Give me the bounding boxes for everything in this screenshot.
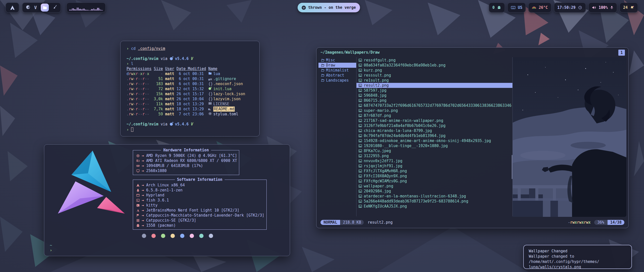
svg-text:A: A (137, 209, 139, 212)
file-manager-window[interactable]: ~/Imagenes/Wallpapers/Draw 1 MiscDrawMin… (316, 47, 629, 228)
file-row[interactable]: resssult.png (356, 73, 512, 78)
file-row[interactable]: re1sult.png (356, 78, 512, 83)
gpu-icon (135, 159, 141, 162)
arrow-icon: → (142, 208, 144, 213)
fetch-row: →1558 (pacman) (135, 223, 264, 228)
terminal-command-line: ›l (127, 61, 253, 66)
arrow-icon: → (142, 158, 144, 163)
file-row[interactable]: 217167-sad-anime-rain-wallpaper.png (356, 118, 512, 123)
sidebar-item-minimalist[interactable]: Minimalist (318, 68, 356, 73)
sidebar-item-abstract[interactable]: Abstract (318, 73, 356, 78)
file-row[interactable]: 08a634fa02a32364f69ebc86a98eb1eb.png (356, 63, 512, 68)
keyboard-layout-module[interactable]: US (507, 3, 526, 13)
terminal-window[interactable]: ›cd.config/nvim ~/.config/nvimviav5.4.6V… (120, 41, 260, 137)
clock-module[interactable]: 17:50:29 (554, 3, 586, 13)
fetch-row: A→JetBrainsMono Nerd Font Light 10 [GTK2… (135, 208, 264, 213)
folder-open-icon (321, 74, 325, 77)
brush-icon[interactable] (53, 5, 57, 10)
visualizer-bar (91, 9, 92, 11)
file-row[interactable]: 87r687df.png (356, 113, 512, 118)
arrow-icon: → (142, 168, 144, 173)
file-row[interactable]: FXfcJlTXgAMvH6R.png (356, 168, 512, 174)
hardware-info-title: Hardware Information (161, 148, 211, 153)
palette-dot (180, 234, 184, 238)
file-row[interactable]: nnvuv0xj2df71.jpg (356, 158, 512, 163)
file-row[interactable]: 587597.jpg (356, 88, 512, 93)
file-name: stylua.toml (213, 112, 238, 117)
file-row[interactable]: 154928-odinokoe_anime-art-anime-okno-sin… (356, 138, 512, 143)
file-row[interactable]: FXfcII0X0AQyn9X.png (356, 174, 512, 179)
image-file-icon (358, 154, 362, 158)
notification-body: Wallpaper changed to /home/matt/.config/… (529, 254, 626, 264)
file-list: ressdfgult.png08a634fa02a32364f69ebc86a9… (356, 57, 512, 216)
file-row[interactable]: 3122955.png (356, 153, 512, 158)
table-row: .rw-r--r-- 15kmatt26 oct 15:17{}lazy-loc… (127, 91, 253, 96)
file-row[interactable]: 596848.jpg (356, 93, 512, 98)
fetch-window[interactable]: Hardware Information →AMD Ryzen 9 5900X … (44, 144, 290, 256)
file-name: lazy-lock.json (213, 91, 245, 96)
fetch-row: →Arch Linux x86_64 (135, 183, 264, 188)
notification-title: Wallpaper Changed (529, 249, 626, 254)
audio-visualizer (66, 3, 106, 13)
file-row[interactable]: 8FKa7Cu.jpeg (356, 148, 512, 153)
file-row[interactable]: FXfcHgcWIAMzs0G.png (356, 179, 512, 184)
table-row: .rw-r--r-- 51matt 6 oct 00:31git.gitigno… (127, 76, 253, 81)
file-row[interactable]: 866715.png (356, 98, 512, 103)
file-row[interactable]: chica-mirando-la-luna-8799.jpg (356, 128, 512, 133)
file-name: lua (213, 71, 220, 76)
tab-badge[interactable]: 1 (618, 50, 625, 56)
file-row[interactable]: result2.png (356, 83, 512, 88)
volume-module[interactable]: 100% (588, 3, 617, 13)
git-icon: git (208, 77, 213, 82)
clock-icon (578, 6, 582, 9)
weather-module[interactable]: 26°C (528, 3, 551, 13)
file-row[interactable]: EeNKYgIUcAAJ5JX.png (356, 204, 512, 209)
palette-dot (161, 234, 165, 238)
file-row[interactable]: 68747470733a2f2f696d616765732d7769786d70… (356, 103, 512, 108)
notification-toast[interactable]: Wallpaper Changed Wallpaper changed to /… (523, 245, 632, 269)
file-row[interactable]: rsjqojlmjhf91.jpg (356, 163, 512, 168)
file-row[interactable]: 0c794faf07de24a4db4d4fb1eb813964.jpg (356, 133, 512, 138)
visualizer-bar (88, 10, 88, 11)
file-row[interactable]: super-mario.png (356, 108, 512, 113)
file-row[interactable]: ressdfgult.png (356, 58, 512, 63)
sidebar-item-landscapes[interactable]: Landscapes (318, 78, 356, 83)
firefox-icon[interactable] (26, 5, 30, 10)
shell-context-line: ~/.config/nvimviav5.4.6V (127, 122, 253, 127)
mic-icon (610, 6, 614, 9)
braces-icon: {} (208, 96, 213, 101)
fetch-row: →Hyprland (135, 193, 264, 198)
palette-dot (142, 234, 146, 238)
notifications-module[interactable]: 24 (620, 3, 638, 13)
file-row[interactable]: 5a266e448add93deab367d87173e9f25-6837886… (356, 199, 512, 204)
file-row[interactable]: 19201080-__blue-tinge__-1920×1080.jpg (356, 143, 512, 148)
sidebar-item-misc[interactable]: Misc (318, 58, 356, 63)
ram-icon (135, 164, 141, 167)
folder-open-icon (321, 58, 325, 62)
music-widget[interactable]: thrown - on the verge (298, 3, 360, 12)
ghost-icon (497, 6, 501, 9)
file-row[interactable]: wallpaper.png (356, 184, 512, 189)
visualizer-bar (73, 8, 74, 11)
table-row: .rw-r--r--3,0kmatt26 oct 10:04{}lazyvim.… (127, 96, 253, 101)
file-name: .gitignore (213, 76, 236, 81)
table-row: drwxr-xr-x -matt 6 oct 00:31lua (127, 71, 253, 76)
breadcrumb-path: ~/Imagenes/Wallpapers/Draw (320, 50, 380, 55)
file-row[interactable]: kurz.png (356, 68, 512, 73)
sidebar-item-draw[interactable]: Draw (318, 63, 356, 68)
list-position-badge: 14/38 (608, 220, 624, 225)
image-file-icon (358, 63, 362, 67)
file-row[interactable]: 3126f7e9bbf21a8a4af0b67b041c6e26.jpg (356, 123, 512, 128)
folder-icon[interactable] (41, 4, 49, 12)
file-row[interactable]: 20492984.jpg (356, 189, 512, 194)
file-listing: PermissionsSizeUserDate ModifiedNamedrwx… (127, 66, 253, 117)
launcher-button[interactable] (6, 3, 19, 13)
file-row[interactable]: atardecer-en-la-montanas-ilustracion-634… (356, 194, 512, 199)
folder-open-icon (321, 63, 325, 67)
neovim-icon[interactable]: V (34, 5, 37, 10)
luamoon-icon (208, 87, 213, 90)
visualizer-bar (79, 9, 80, 11)
updates-module[interactable]: 0 (489, 3, 505, 13)
rainbow-icon (532, 6, 536, 9)
scrollbar-thumb[interactable] (512, 155, 512, 179)
